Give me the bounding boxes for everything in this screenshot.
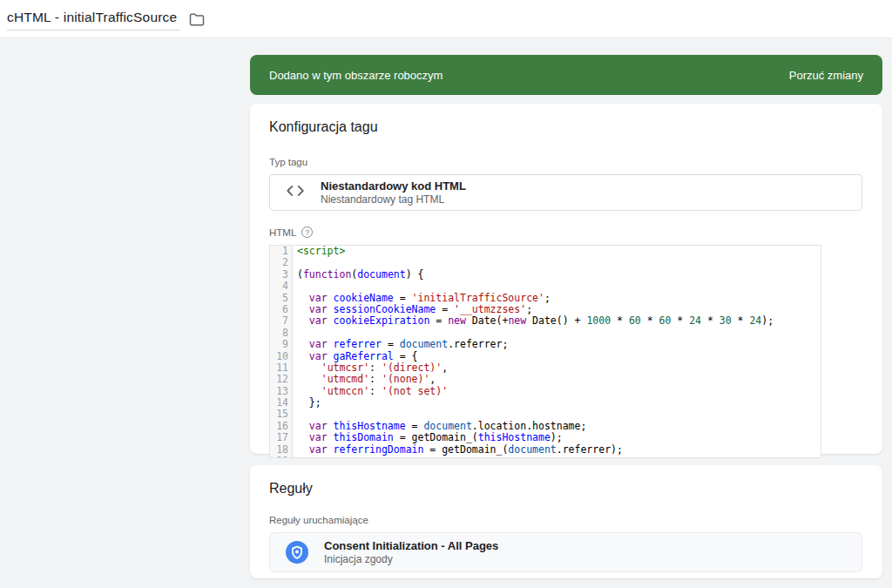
triggers-heading: Reguły xyxy=(269,481,863,497)
firing-triggers-label: Reguły uruchamiające xyxy=(269,515,863,525)
line-number: 19 xyxy=(270,456,293,458)
code-line: 6 var sessionCookieName = '__utmzzses'; xyxy=(270,304,821,315)
line-number: 3 xyxy=(270,269,293,280)
code-line: 1<script> xyxy=(270,246,821,257)
code-line: 3(function(document) { xyxy=(270,269,821,280)
main-content: Dodano w tym obszarze roboczym Porzuć zm… xyxy=(250,38,882,578)
code-line: 13 'utmccn': '(not set)' xyxy=(270,386,821,397)
line-number: 11 xyxy=(270,362,293,374)
abandon-changes-button[interactable]: Porzuć zmiany xyxy=(789,69,863,82)
tag-configuration-heading: Konfiguracja tagu xyxy=(269,119,863,135)
tag-configuration-card: Konfiguracja tagu Typ tagu Niestandardow… xyxy=(250,104,882,454)
line-number: 12 xyxy=(270,374,293,385)
folder-icon[interactable] xyxy=(189,13,205,26)
code-line: 17 var thisDomain = getDomain_(thisHostn… xyxy=(270,432,821,443)
tag-type-name: Niestandardowy kod HTML xyxy=(321,179,466,193)
workspace-status-banner: Dodano w tym obszarze roboczym Porzuć zm… xyxy=(250,55,882,95)
line-number: 18 xyxy=(270,444,293,456)
line-number: 6 xyxy=(270,304,293,315)
code-line: 4 xyxy=(270,280,821,292)
code-line: 16 var thisHostname = document.location.… xyxy=(270,421,821,432)
consent-shield-icon xyxy=(286,541,308,564)
trigger-description: Inicjacja zgody xyxy=(324,553,498,566)
line-number: 5 xyxy=(270,293,293,304)
line-number: 9 xyxy=(270,339,293,350)
line-number: 2 xyxy=(270,257,293,268)
code-line: 7 var cookieExpiration = new Date(+new D… xyxy=(270,315,821,327)
code-brackets-icon xyxy=(286,185,305,200)
code-line: 11 'utmcsr': '(direct)', xyxy=(270,362,821,374)
line-number: 1 xyxy=(270,246,293,257)
top-bar: cHTML - initialTrafficSource xyxy=(0,0,892,38)
help-icon[interactable]: ? xyxy=(301,226,313,238)
tag-type-selector[interactable]: Niestandardowy kod HTML Niestandardowy t… xyxy=(269,174,862,211)
html-code-editor[interactable]: 1<script>23(function(document) {45 var c… xyxy=(269,245,821,458)
banner-message: Dodano w tym obszarze roboczym xyxy=(269,69,443,82)
triggers-card: Reguły Reguły uruchamiające Consent Init… xyxy=(250,465,882,578)
line-number: 8 xyxy=(270,328,293,339)
line-number: 7 xyxy=(270,315,293,327)
code-line: 14 }; xyxy=(270,397,821,409)
code-line: 10 var gaReferral = { xyxy=(270,351,821,362)
code-line: 9 var referrer = document.referrer; xyxy=(270,339,821,350)
page-title[interactable]: cHTML - initialTrafficSource xyxy=(7,8,179,30)
code-line: 12 'utmcmd': '(none)', xyxy=(270,374,821,385)
line-number: 13 xyxy=(270,386,293,397)
line-number: 14 xyxy=(270,397,293,409)
code-line: 5 var cookieName = 'initialTrafficSource… xyxy=(270,293,821,304)
code-line: 18 var referringDomain = getDomain_(docu… xyxy=(270,444,821,456)
tag-type-label: Typ tagu xyxy=(269,157,863,167)
code-line: 2 xyxy=(270,257,821,268)
trigger-row[interactable]: Consent Initialization - All Pages Inicj… xyxy=(269,532,862,572)
code-line: 8 xyxy=(270,328,821,339)
line-number: 4 xyxy=(270,280,293,292)
code-line: 15 xyxy=(270,409,821,420)
trigger-name: Consent Initialization - All Pages xyxy=(324,539,498,553)
tag-type-description: Niestandardowy tag HTML xyxy=(321,193,466,206)
line-number: 10 xyxy=(270,351,293,362)
line-number: 16 xyxy=(270,421,293,432)
line-number: 15 xyxy=(270,409,293,420)
html-field-label: HTML ? xyxy=(269,226,863,238)
line-number: 17 xyxy=(270,432,293,443)
code-line: 19 xyxy=(270,456,821,458)
